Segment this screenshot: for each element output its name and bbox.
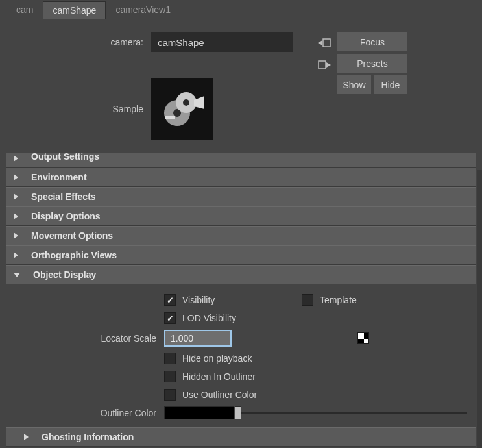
hide-on-playback-label: Hide on playback [182,353,252,364]
output-connection-icon[interactable] [318,58,331,71]
section-display-options[interactable]: Display Options [6,206,476,226]
section-output-settings[interactable]: Output Settings [6,153,476,168]
outliner-color-slider-thumb[interactable] [235,406,241,419]
visibility-checkbox[interactable] [164,294,176,306]
hide-button[interactable]: Hide [374,75,407,94]
show-button[interactable]: Show [337,75,371,94]
tab-cameraview1[interactable]: cameraView1 [106,1,180,19]
section-special-effects[interactable]: Special Effects [6,187,476,206]
chevron-right-icon [14,174,18,180]
visibility-label: Visibility [182,295,215,305]
camera-name-input[interactable] [151,32,293,52]
outliner-color-swatch[interactable] [164,406,234,419]
chevron-right-icon [14,252,18,258]
io-icons [318,32,331,71]
header-buttons: Focus Presets Show Hide [337,32,407,94]
svg-rect-7 [323,39,330,47]
section-label: Special Effects [31,192,96,202]
camera-name-label: camera: [5,37,151,47]
presets-button[interactable]: Presets [337,54,407,73]
scrollbar[interactable] [477,170,482,448]
chevron-right-icon [24,434,29,440]
tab-bar: cam camShape cameraView1 [0,0,482,19]
input-connection-icon[interactable] [318,36,331,49]
lod-visibility-label: LOD Visibility [182,313,236,323]
outliner-color-label: Outliner Color [6,408,164,418]
hidden-in-outliner-label: Hidden In Outliner [182,371,256,382]
section-label: Ghosting Information [42,432,134,442]
locator-scale-input[interactable] [164,330,232,347]
template-checkbox[interactable] [302,294,313,306]
locator-scale-default-icon[interactable] [357,332,369,344]
sample-thumbnail[interactable] [151,78,213,140]
section-movement-options[interactable]: Movement Options [6,226,476,245]
header-area: camera: Sample [5,23,477,153]
template-label: Template [320,295,357,305]
section-ghosting-information[interactable]: Ghosting Information [6,427,476,447]
tab-camshape[interactable]: camShape [43,1,106,19]
tab-cam[interactable]: cam [6,1,43,19]
chevron-right-icon [14,193,18,200]
section-orthographic-views[interactable]: Orthographic Views [6,245,476,265]
section-object-display[interactable]: Object Display [6,265,476,284]
chevron-right-icon [14,213,18,219]
section-list: Output Settings Environment Special Effe… [6,153,476,447]
svg-marker-10 [326,62,331,68]
camera-sample-icon [156,83,208,135]
lod-visibility-checkbox[interactable] [164,312,176,324]
section-label: Movement Options [31,230,113,241]
focus-button[interactable]: Focus [337,32,407,51]
svg-rect-6 [165,116,175,119]
section-label: Environment [31,172,87,182]
object-display-body: Visibility Template LOD Visibility Locat… [6,284,476,427]
use-outliner-color-label: Use Outliner Color [182,390,257,400]
section-environment[interactable]: Environment [6,168,476,187]
sample-label: Sample [5,104,151,114]
svg-rect-9 [319,61,326,69]
locator-scale-label: Locator Scale [6,333,164,343]
use-outliner-color-checkbox[interactable] [164,389,176,401]
section-label: Output Settings [31,151,99,162]
section-label: Display Options [31,211,101,221]
section-label: Object Display [33,269,96,280]
outliner-color-slider-track[interactable] [238,412,467,414]
hide-on-playback-checkbox[interactable] [164,353,176,364]
chevron-down-icon [14,273,20,277]
section-label: Orthographic Views [31,250,117,260]
svg-marker-8 [318,40,322,45]
chevron-right-icon [14,232,18,239]
svg-point-4 [183,99,189,106]
chevron-right-icon [14,155,18,162]
hidden-in-outliner-checkbox[interactable] [164,371,176,382]
